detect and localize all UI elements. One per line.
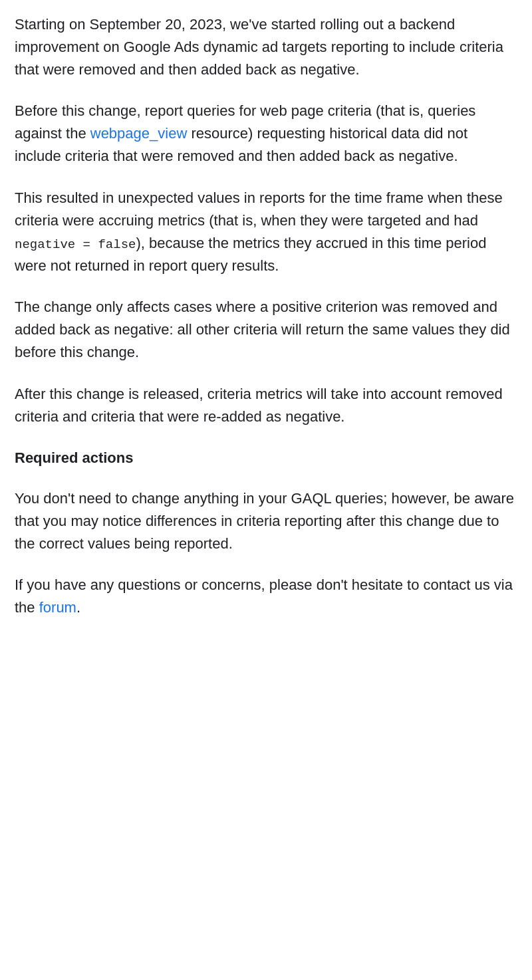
paragraph-1-text: Starting on September 20, 2023, we've st… [15,13,517,81]
paragraph-7-before: If you have any questions or concerns, p… [15,576,513,616]
paragraph-2-text: Before this change, report queries for w… [15,100,517,168]
paragraph-3: This resulted in unexpected values in re… [15,187,517,278]
paragraph-5-text: After this change is released, criteria … [15,383,517,428]
forum-link[interactable]: forum [39,599,76,616]
paragraph-3-text: This resulted in unexpected values in re… [15,187,517,278]
paragraph-4-text: The change only affects cases where a po… [15,296,517,364]
negative-false-code: negative = false [15,237,136,252]
paragraph-2: Before this change, report queries for w… [15,100,517,168]
paragraph-1: Starting on September 20, 2023, we've st… [15,13,517,81]
webpage-view-link[interactable]: webpage_view [90,125,188,142]
paragraph-7-after: . [76,599,80,616]
required-actions-section: Required actions [15,447,517,469]
paragraph-6-text: You don't need to change anything in you… [15,487,517,555]
paragraph-4: The change only affects cases where a po… [15,296,517,364]
paragraph-6: You don't need to change anything in you… [15,487,517,555]
paragraph-3-before: This resulted in unexpected values in re… [15,189,503,229]
paragraph-7: If you have any questions or concerns, p… [15,574,517,619]
paragraph-5: After this change is released, criteria … [15,383,517,428]
paragraph-7-text: If you have any questions or concerns, p… [15,574,517,619]
required-actions-heading: Required actions [15,447,517,469]
